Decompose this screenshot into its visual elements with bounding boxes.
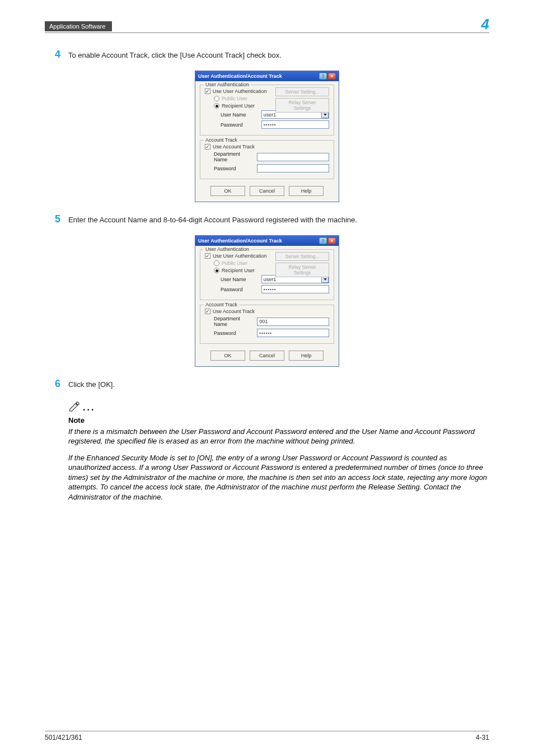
use-account-track-checkbox[interactable] bbox=[205, 309, 210, 314]
page-content: 4 To enable Account Track, click the [Us… bbox=[45, 49, 489, 502]
help-button[interactable]: Help bbox=[289, 351, 324, 361]
recipient-user-label: Recipient User bbox=[222, 268, 255, 273]
relay-server-button[interactable]: Relay Server Settings bbox=[275, 98, 329, 113]
footer-left: 501/421/361 bbox=[45, 734, 82, 741]
use-account-track-label: Use Account Track bbox=[213, 309, 255, 314]
username-label: User Name bbox=[221, 277, 258, 282]
dept-name-input[interactable]: 001 bbox=[257, 318, 329, 326]
dialog-title-text: User Authentication/Account Track bbox=[198, 73, 282, 79]
user-auth-dialog: User Authentication/Account Track ? × Us… bbox=[195, 71, 339, 202]
step-number: 5 bbox=[45, 213, 60, 225]
use-account-track-checkbox[interactable] bbox=[205, 144, 210, 150]
public-user-radio[interactable] bbox=[214, 96, 219, 101]
server-setting-button[interactable]: Server Setting... bbox=[275, 87, 329, 96]
dept-name-label: Department Name bbox=[214, 151, 254, 162]
dialog-title-text: User Authentication/Account Track bbox=[198, 238, 282, 244]
help-icon[interactable]: ? bbox=[319, 73, 327, 80]
page-footer: 501/421/361 4-31 bbox=[45, 731, 489, 741]
dialog-titlebar: User Authentication/Account Track ? × bbox=[195, 236, 339, 246]
server-setting-button[interactable]: Server Setting... bbox=[275, 252, 329, 261]
section-title: Application Software bbox=[45, 21, 112, 31]
chapter-number: 4 bbox=[481, 17, 489, 31]
use-user-auth-checkbox[interactable] bbox=[205, 253, 210, 259]
public-user-radio[interactable] bbox=[214, 260, 219, 266]
help-icon[interactable]: ? bbox=[319, 237, 327, 244]
step-6: 6 Click the [OK]. bbox=[45, 378, 489, 390]
cancel-button[interactable]: Cancel bbox=[250, 186, 284, 196]
user-authentication-group: User Authentication Server Setting... Re… bbox=[200, 85, 334, 136]
recipient-user-radio[interactable] bbox=[214, 103, 219, 109]
note-paragraph-2: If the Enhanced Security Mode is set to … bbox=[68, 453, 489, 502]
password-input[interactable]: •••••• bbox=[261, 285, 329, 293]
use-user-auth-label: Use User Authentication bbox=[213, 253, 267, 259]
note-icon: ... bbox=[68, 400, 489, 413]
at-legend: Account Track bbox=[204, 137, 239, 143]
step-text: To enable Account Track, click the [Use … bbox=[68, 49, 489, 60]
at-password-label: Password bbox=[214, 166, 254, 171]
close-icon[interactable]: × bbox=[328, 237, 336, 244]
step-4: 4 To enable Account Track, click the [Us… bbox=[45, 49, 489, 60]
step-number: 6 bbox=[45, 378, 60, 390]
password-label: Password bbox=[221, 287, 258, 292]
pencil-icon bbox=[68, 400, 81, 413]
note-label: Note bbox=[68, 416, 489, 424]
account-track-group: Account Track Use Account Track Departme… bbox=[200, 305, 334, 344]
at-password-input[interactable] bbox=[257, 164, 329, 172]
step-number: 4 bbox=[45, 49, 60, 60]
user-auth-dialog: User Authentication/Account Track ? × Us… bbox=[195, 235, 339, 367]
ok-button[interactable]: OK bbox=[210, 351, 245, 361]
account-track-group: Account Track Use Account Track Departme… bbox=[200, 140, 334, 179]
username-label: User Name bbox=[221, 112, 258, 118]
step-5: 5 Enter the Account Name and 8-to-64-dig… bbox=[45, 213, 489, 225]
at-legend: Account Track bbox=[204, 302, 239, 307]
page-header: Application Software 4 bbox=[45, 17, 489, 33]
at-password-input[interactable]: •••••• bbox=[257, 329, 329, 337]
public-user-label: Public User bbox=[222, 260, 247, 266]
help-button[interactable]: Help bbox=[289, 186, 324, 196]
dialog-screenshot-2: User Authentication/Account Track ? × Us… bbox=[45, 235, 489, 367]
footer-right: 4-31 bbox=[476, 734, 489, 741]
use-account-track-label: Use Account Track bbox=[213, 144, 255, 150]
use-user-auth-label: Use User Authentication bbox=[213, 88, 267, 94]
public-user-label: Public User bbox=[222, 96, 247, 101]
cancel-button[interactable]: Cancel bbox=[250, 351, 284, 361]
step-text: Enter the Account Name and 8-to-64-digit… bbox=[68, 213, 489, 225]
ua-legend: User Authentication bbox=[204, 246, 251, 252]
use-user-auth-checkbox[interactable] bbox=[205, 88, 210, 94]
ok-button[interactable]: OK bbox=[210, 186, 245, 196]
dialog-screenshot-1: User Authentication/Account Track ? × Us… bbox=[45, 71, 489, 202]
recipient-user-label: Recipient User bbox=[222, 103, 255, 109]
recipient-user-radio[interactable] bbox=[214, 268, 219, 273]
relay-server-button[interactable]: Relay Server Settings bbox=[275, 263, 329, 277]
dept-name-label: Department Name bbox=[214, 316, 254, 327]
password-input[interactable]: •••••• bbox=[261, 120, 329, 129]
password-label: Password bbox=[221, 122, 258, 128]
user-authentication-group: User Authentication Server Setting... Re… bbox=[200, 249, 334, 300]
dialog-titlebar: User Authentication/Account Track ? × bbox=[195, 71, 339, 81]
note-paragraph-1: If there is a mismatch between the User … bbox=[68, 427, 489, 446]
close-icon[interactable]: × bbox=[328, 73, 336, 80]
ua-legend: User Authentication bbox=[204, 82, 251, 87]
step-text: Click the [OK]. bbox=[68, 378, 489, 390]
at-password-label: Password bbox=[214, 330, 254, 336]
dept-name-input[interactable] bbox=[257, 153, 329, 161]
